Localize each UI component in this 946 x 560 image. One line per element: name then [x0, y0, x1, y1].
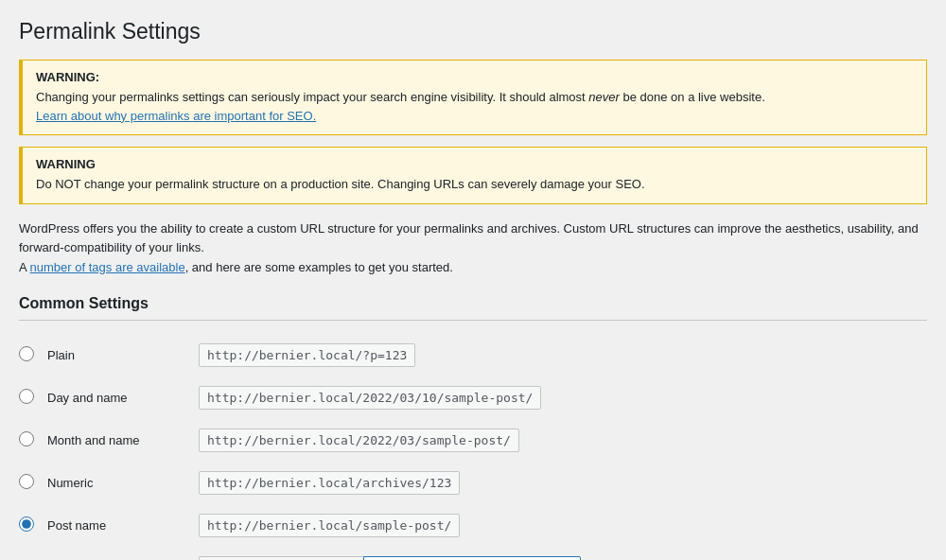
- url-numeric: http://bernier.local/archives/123: [199, 471, 460, 495]
- radio-plain[interactable]: [19, 346, 34, 361]
- warning-text-2: Do NOT change your permalink structure o…: [36, 175, 913, 194]
- option-row-numeric: Numeric http://bernier.local/archives/12…: [19, 462, 927, 504]
- url-post-name: http://bernier.local/sample-post/: [199, 514, 460, 537]
- warning-link-1[interactable]: Learn about why permalinks are important…: [36, 109, 316, 123]
- option-row-custom-structure: Custom Structure http://bernier.local: [19, 547, 927, 560]
- label-numeric[interactable]: Numeric: [47, 476, 93, 490]
- custom-url-input[interactable]: [363, 556, 581, 560]
- url-plain: http://bernier.local/?p=123: [199, 343, 415, 367]
- warning-title-2: WARNING: [36, 157, 913, 171]
- warning-title-1: WARNING:: [36, 70, 913, 84]
- custom-url-prefix: http://bernier.local: [199, 556, 363, 560]
- url-day-and-name: http://bernier.local/2022/03/10/sample-p…: [199, 386, 541, 410]
- radio-month-and-name[interactable]: [19, 431, 34, 446]
- radio-numeric[interactable]: [19, 474, 34, 489]
- tags-link[interactable]: number of tags are available: [30, 260, 185, 274]
- option-row-post-name: Post name http://bernier.local/sample-po…: [19, 504, 927, 547]
- label-post-name[interactable]: Post name: [47, 518, 106, 533]
- warning-box-1: WARNING: Changing your permalinks settin…: [19, 60, 927, 135]
- warning-box-2: WARNING Do NOT change your permalink str…: [19, 147, 927, 204]
- radio-day-and-name[interactable]: [19, 389, 34, 404]
- warning-text-1: Changing your permalinks settings can se…: [36, 88, 913, 125]
- common-settings-title: Common Settings: [19, 295, 927, 321]
- option-row-plain: Plain http://bernier.local/?p=123: [19, 334, 927, 376]
- page-title: Permalink Settings: [19, 19, 927, 44]
- intro-text: WordPress offers you the ability to crea…: [19, 219, 927, 278]
- label-day-and-name[interactable]: Day and name: [47, 391, 128, 405]
- url-month-and-name: http://bernier.local/2022/03/sample-post…: [199, 429, 519, 452]
- option-row-day-and-name: Day and name http://bernier.local/2022/0…: [19, 376, 927, 419]
- option-row-month-and-name: Month and name http://bernier.local/2022…: [19, 419, 927, 462]
- label-plain[interactable]: Plain: [47, 348, 75, 362]
- label-month-and-name[interactable]: Month and name: [47, 433, 140, 447]
- radio-post-name[interactable]: [19, 516, 34, 532]
